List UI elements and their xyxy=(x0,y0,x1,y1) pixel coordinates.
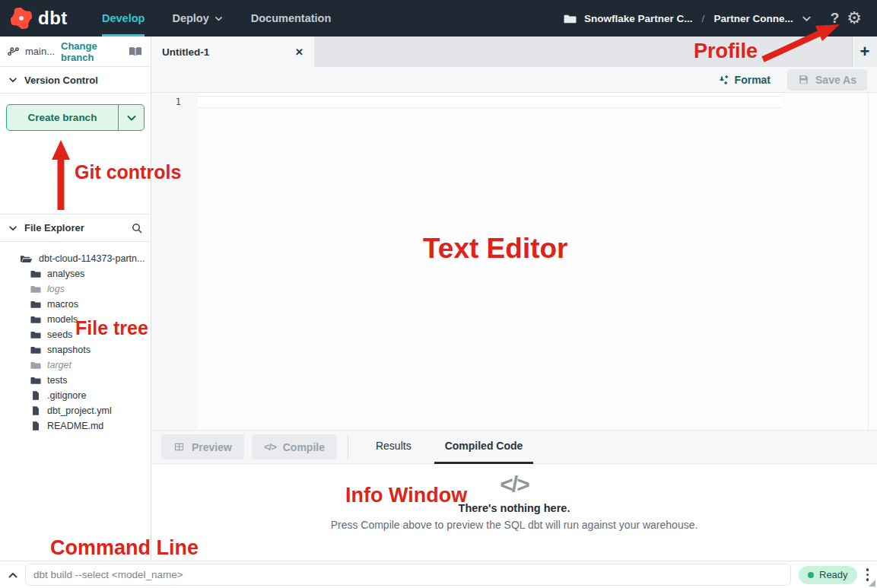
chevron-down-icon xyxy=(126,112,138,124)
line-number: 1 xyxy=(175,96,181,107)
header-right: Snowflake Partner C... / Partner Conne..… xyxy=(564,10,877,27)
dbt-logo-icon xyxy=(11,8,32,29)
chevron-down-icon xyxy=(8,75,18,85)
resize-grip[interactable] xyxy=(869,580,875,586)
panel-divider xyxy=(348,434,348,459)
sparkle-icon xyxy=(717,74,729,86)
folder-icon xyxy=(30,345,41,355)
file-icon xyxy=(30,421,41,431)
tree-folder-macros[interactable]: macros xyxy=(0,297,151,312)
breadcrumb-account[interactable]: Snowflake Partner C... xyxy=(584,13,693,24)
file-explorer-header[interactable]: File Explorer xyxy=(0,214,151,242)
create-branch-button[interactable]: Create branch xyxy=(6,104,145,131)
folder-icon xyxy=(30,269,41,279)
file-icon xyxy=(30,405,41,416)
tab-compiled-code[interactable]: Compiled Code xyxy=(434,431,534,464)
folder-icon xyxy=(30,284,41,294)
status-badge: Ready xyxy=(799,566,857,584)
git-branch-icon xyxy=(8,46,19,57)
status-dot xyxy=(808,572,814,578)
text-editor[interactable]: 1 xyxy=(151,93,877,430)
create-branch-label: Create branch xyxy=(7,105,118,130)
sidebar: main... Change branch Version Control Cr… xyxy=(0,37,151,561)
main-nav: Develop Deploy Documentation xyxy=(102,0,331,37)
format-button[interactable]: Format xyxy=(717,74,771,86)
tree-folder-tests[interactable]: tests xyxy=(0,373,151,388)
gear-icon[interactable]: ⚙ xyxy=(847,10,862,27)
command-input[interactable] xyxy=(25,564,791,586)
folder-icon xyxy=(30,314,41,325)
folder-open-icon xyxy=(20,253,33,265)
close-icon[interactable]: ✕ xyxy=(295,46,303,58)
branch-row: main... Change branch xyxy=(0,37,151,67)
tree-folder-analyses[interactable]: analyses xyxy=(0,266,151,281)
tab-title: Untitled-1 xyxy=(162,46,209,58)
command-bar: Ready xyxy=(0,561,877,588)
save-icon xyxy=(798,74,809,85)
compile-button[interactable]: </> Compile xyxy=(252,434,337,459)
empty-state-subtitle: Press Compile above to preview the SQL d… xyxy=(331,519,698,531)
search-icon[interactable] xyxy=(131,222,143,234)
file-explorer-section: File Explorer dbt-cloud-114373-partn... … xyxy=(0,214,151,434)
folder-icon xyxy=(30,329,41,340)
editor-column: Untitled-1 ✕ + Format Save As 1 Preview … xyxy=(151,37,877,561)
tree-folder-seeds[interactable]: seeds xyxy=(0,327,151,342)
tree-file-dbt-project-yml[interactable]: dbt_project.yml xyxy=(0,403,151,418)
empty-state-title: There's nothing here. xyxy=(459,502,570,514)
dbt-logo-text: dbt xyxy=(38,8,68,29)
tree-root-folder[interactable]: dbt-cloud-114373-partn... xyxy=(0,251,151,266)
status-text: Ready xyxy=(819,569,848,580)
folder-icon xyxy=(30,299,41,310)
editor-scrollbar[interactable] xyxy=(868,93,869,430)
version-control-title: Version Control xyxy=(24,75,98,86)
tree-folder-models[interactable]: models xyxy=(0,312,151,327)
table-icon xyxy=(173,441,185,453)
file-explorer-title: File Explorer xyxy=(24,222,84,234)
folder-icon xyxy=(564,12,577,25)
chevron-up-icon[interactable] xyxy=(0,569,25,581)
nav-documentation[interactable]: Documentation xyxy=(251,0,332,37)
tree-file-gitignore[interactable]: .gitignore xyxy=(0,388,151,403)
editor-gutter: 1 xyxy=(151,93,198,430)
editor-current-line[interactable] xyxy=(198,96,781,108)
bottom-panel-toolbar: Preview </> Compile Results Compiled Cod… xyxy=(151,430,877,464)
nav-deploy[interactable]: Deploy xyxy=(172,0,223,37)
editor-tab-bar: Untitled-1 ✕ + xyxy=(151,37,877,67)
tree-folder-snapshots[interactable]: snapshots xyxy=(0,342,151,358)
help-icon[interactable]: ? xyxy=(831,10,840,27)
tree-folder-logs[interactable]: logs xyxy=(0,281,151,297)
version-control-header[interactable]: Version Control xyxy=(0,67,151,94)
code-icon: </> xyxy=(264,441,276,453)
app-header: dbt Develop Deploy Documentation Snowfla… xyxy=(0,0,877,37)
chevron-down-icon xyxy=(8,223,18,234)
chevron-down-icon[interactable] xyxy=(801,13,812,24)
folder-icon xyxy=(30,360,41,370)
create-branch-dropdown[interactable] xyxy=(118,105,144,130)
dbt-logo[interactable]: dbt xyxy=(0,8,91,29)
chevron-down-icon xyxy=(214,14,224,24)
preview-button[interactable]: Preview xyxy=(161,434,244,459)
nav-develop[interactable]: Develop xyxy=(102,0,145,37)
new-tab-button[interactable]: + xyxy=(852,37,877,67)
tree-folder-target[interactable]: target xyxy=(0,358,151,373)
file-tree: dbt-cloud-114373-partn... analyses logs … xyxy=(0,242,151,434)
breadcrumb-separator: / xyxy=(701,13,707,24)
tab-untitled-1[interactable]: Untitled-1 ✕ xyxy=(151,37,314,67)
folder-icon xyxy=(30,375,41,386)
breadcrumb-project[interactable]: Partner Conne... xyxy=(713,13,793,24)
file-icon xyxy=(30,390,41,401)
docs-book-icon[interactable] xyxy=(128,46,143,58)
tab-results[interactable]: Results xyxy=(365,431,422,464)
editor-toolbar: Format Save As xyxy=(151,67,877,93)
tree-file-readme[interactable]: README.md xyxy=(0,418,151,434)
info-window: </> There's nothing here. Press Compile … xyxy=(151,464,877,561)
change-branch-link[interactable]: Change branch xyxy=(61,40,122,63)
code-icon: </> xyxy=(500,472,528,497)
current-branch-name: main... xyxy=(25,46,55,57)
save-as-button[interactable]: Save As xyxy=(787,69,867,91)
